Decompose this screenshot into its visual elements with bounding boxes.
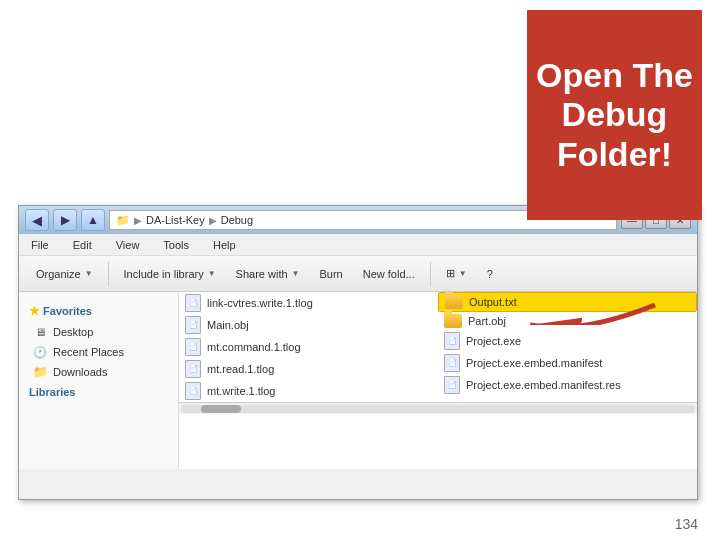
file-doc-icon-exe: 📄 <box>444 332 460 350</box>
menu-file[interactable]: File <box>27 239 53 251</box>
scrollbar-track <box>181 405 695 413</box>
file-name-output: Output.txt <box>469 296 517 308</box>
file-item-4[interactable]: 📄 mt.write.1.tlog <box>179 380 438 402</box>
view-dropdown-icon: ▼ <box>459 269 467 278</box>
view-icon: ⊞ <box>446 267 455 280</box>
new-folder-button[interactable]: New fold... <box>354 260 424 288</box>
main-content: ★ Favorites 🖥 Desktop 🕐 Recent Places 📁 … <box>19 292 697 469</box>
sidebar-favorites-heading[interactable]: ★ Favorites <box>23 300 174 322</box>
include-library-label: Include in library <box>124 268 204 280</box>
callout-text: Open The Debug Folder! <box>527 56 702 173</box>
file-doc-icon-0: 📄 <box>185 294 201 312</box>
downloads-folder-icon: 📁 <box>33 365 47 379</box>
desktop-icon: 🖥 <box>33 325 47 339</box>
sidebar-item-recent[interactable]: 🕐 Recent Places <box>23 342 174 362</box>
file-column-left: 📄 link-cvtres.write.1.tlog 📄 Main.obj 📄 … <box>179 292 438 402</box>
sidebar-downloads-label: Downloads <box>53 366 107 378</box>
menu-tools[interactable]: Tools <box>159 239 193 251</box>
menu-edit[interactable]: Edit <box>69 239 96 251</box>
help-button[interactable]: ? <box>478 260 502 288</box>
file-area: 📄 link-cvtres.write.1.tlog 📄 Main.obj 📄 … <box>179 292 697 469</box>
file-name-0: link-cvtres.write.1.tlog <box>207 297 313 309</box>
favorites-star-icon: ★ <box>29 304 40 318</box>
view-button[interactable]: ⊞ ▼ <box>437 260 476 288</box>
sidebar-libraries-heading[interactable]: Libraries <box>23 382 174 402</box>
share-with-dropdown-icon: ▼ <box>292 269 300 278</box>
page-number: 134 <box>675 516 698 532</box>
file-item-output[interactable]: Output.txt <box>438 292 697 312</box>
scrollbar-thumb[interactable] <box>201 405 241 413</box>
include-library-dropdown-icon: ▼ <box>208 269 216 278</box>
burn-label: Burn <box>319 268 342 280</box>
favorites-label: Favorites <box>43 305 92 317</box>
new-folder-label: New fold... <box>363 268 415 280</box>
share-with-button[interactable]: Share with ▼ <box>227 260 309 288</box>
menu-bar: File Edit View Tools Help <box>19 234 697 256</box>
file-item-0[interactable]: 📄 link-cvtres.write.1.tlog <box>179 292 438 314</box>
sidebar-desktop-label: Desktop <box>53 326 93 338</box>
file-doc-icon-3: 📄 <box>185 360 201 378</box>
file-item-2[interactable]: 📄 mt.command.1.tlog <box>179 336 438 358</box>
file-item-3[interactable]: 📄 mt.read.1.tlog <box>179 358 438 380</box>
file-item-exe[interactable]: 📄 Project.exe <box>438 330 697 352</box>
file-name-3: mt.read.1.tlog <box>207 363 274 375</box>
menu-help[interactable]: Help <box>209 239 240 251</box>
explorer-window: ◀ ▶ ▲ 📁 ▶ DA-List-Key ▶ Debug — □ ✕ File… <box>18 205 698 500</box>
file-name-part: Part.obj <box>468 315 506 327</box>
file-doc-icon-2: 📄 <box>185 338 201 356</box>
folder-icon-output <box>445 295 463 309</box>
file-name-1: Main.obj <box>207 319 249 331</box>
burn-button[interactable]: Burn <box>310 260 351 288</box>
file-item-manifest[interactable]: 📄 Project.exe.embed.manifest <box>438 352 697 374</box>
organize-dropdown-icon: ▼ <box>85 269 93 278</box>
file-name-4: mt.write.1.tlog <box>207 385 275 397</box>
address-home-icon: 📁 <box>116 214 130 227</box>
organize-label: Organize <box>36 268 81 280</box>
back-button[interactable]: ◀ <box>25 209 49 231</box>
slide: Open The Debug Folder! ◀ ▶ ▲ 📁 ▶ DA-List… <box>0 0 720 540</box>
file-name-manifest: Project.exe.embed.manifest <box>466 357 602 369</box>
toolbar: Organize ▼ Include in library ▼ Share wi… <box>19 256 697 292</box>
sidebar-item-downloads[interactable]: 📁 Downloads <box>23 362 174 382</box>
toolbar-sep-1 <box>108 262 109 286</box>
file-grid: 📄 link-cvtres.write.1.tlog 📄 Main.obj 📄 … <box>179 292 697 402</box>
file-name-2: mt.command.1.tlog <box>207 341 301 353</box>
recent-places-icon: 🕐 <box>33 345 47 359</box>
file-doc-icon-1: 📄 <box>185 316 201 334</box>
folder-icon-part <box>444 314 462 328</box>
callout-box: Open The Debug Folder! <box>527 10 702 220</box>
sidebar-recent-label: Recent Places <box>53 346 124 358</box>
address-part2: Debug <box>221 214 253 226</box>
file-doc-icon-manifest-res: 📄 <box>444 376 460 394</box>
libraries-label: Libraries <box>29 386 75 398</box>
help-icon: ? <box>487 268 493 280</box>
forward-button[interactable]: ▶ <box>53 209 77 231</box>
share-with-label: Share with <box>236 268 288 280</box>
file-name-manifest-res: Project.exe.embed.manifest.res <box>466 379 621 391</box>
sidebar-item-desktop[interactable]: 🖥 Desktop <box>23 322 174 342</box>
file-column-right: Output.txt Part.obj 📄 Project.exe 📄 <box>438 292 697 402</box>
file-doc-icon-4: 📄 <box>185 382 201 400</box>
address-part1: DA-List-Key <box>146 214 205 226</box>
menu-view[interactable]: View <box>112 239 144 251</box>
include-library-button[interactable]: Include in library ▼ <box>115 260 225 288</box>
horizontal-scrollbar[interactable] <box>179 402 697 414</box>
up-button[interactable]: ▲ <box>81 209 105 231</box>
toolbar-sep-2 <box>430 262 431 286</box>
file-item-1[interactable]: 📄 Main.obj <box>179 314 438 336</box>
sidebar: ★ Favorites 🖥 Desktop 🕐 Recent Places 📁 … <box>19 292 179 469</box>
file-item-part[interactable]: Part.obj <box>438 312 697 330</box>
file-doc-icon-manifest: 📄 <box>444 354 460 372</box>
file-name-exe: Project.exe <box>466 335 521 347</box>
file-item-manifest-res[interactable]: 📄 Project.exe.embed.manifest.res <box>438 374 697 396</box>
organize-button[interactable]: Organize ▼ <box>27 260 102 288</box>
